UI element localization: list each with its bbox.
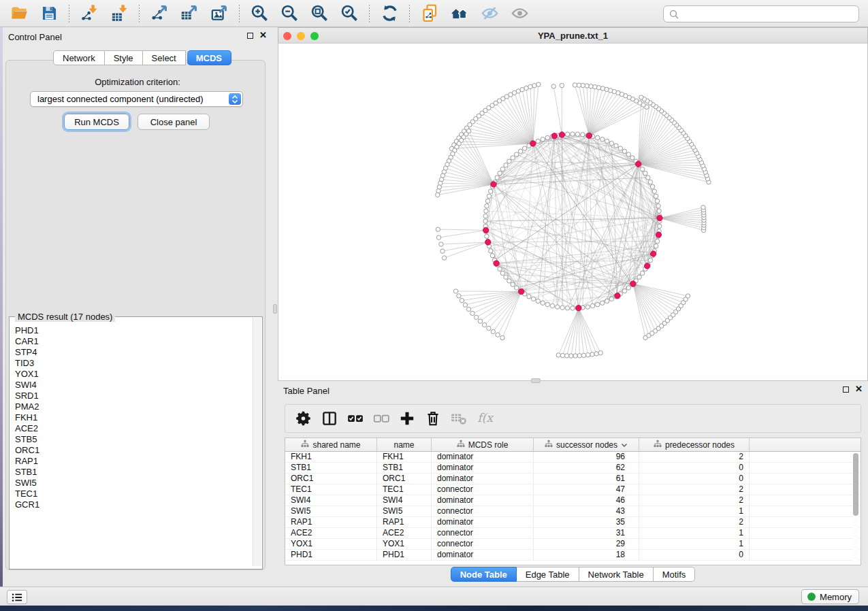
mcds-result-item[interactable]: SWI5 <box>15 478 252 489</box>
unselect-all-columns-icon[interactable] <box>371 408 391 429</box>
table-cell[interactable]: SWI4 <box>285 495 377 506</box>
column-header-predecessor-nodes[interactable]: predecessor nodes <box>639 438 750 451</box>
table-cell[interactable]: 96 <box>534 452 639 462</box>
export-image-icon[interactable] <box>208 3 231 24</box>
table-cell[interactable]: 29 <box>534 539 639 549</box>
table-cell[interactable]: 2 <box>639 517 750 527</box>
table-cell[interactable]: 31 <box>534 528 639 538</box>
table-cell[interactable]: 1 <box>639 539 750 549</box>
table-cell[interactable]: dominator <box>432 463 534 473</box>
tab-motifs[interactable]: Motifs <box>654 567 696 582</box>
table-cell[interactable]: FKH1 <box>377 452 432 462</box>
table-cell[interactable]: PHD1 <box>377 550 432 560</box>
memory-button[interactable]: Memory <box>801 589 859 604</box>
column-header-MCDS-role[interactable]: MCDS role <box>432 438 534 451</box>
columns-icon[interactable] <box>319 408 340 429</box>
float-table-panel-icon[interactable] <box>843 386 849 393</box>
table-row[interactable]: TEC1TEC1connector472 <box>285 484 861 495</box>
zoom-selected-icon[interactable] <box>338 3 361 24</box>
table-row[interactable]: ACE2ACE2connector311 <box>285 528 861 539</box>
table-row[interactable]: RAP1RAP1dominator352 <box>285 517 861 528</box>
table-cell[interactable]: connector <box>432 528 534 538</box>
table-cell[interactable]: ACE2 <box>377 528 432 538</box>
tab-style[interactable]: Style <box>105 50 143 65</box>
table-cell[interactable]: 18 <box>534 550 639 560</box>
network-titlebar[interactable]: YPA_prune.txt_1 <box>278 27 868 44</box>
mcds-result-item[interactable]: PHD1 <box>15 325 252 336</box>
table-row[interactable]: SWI4SWI4dominator462 <box>285 495 861 506</box>
mcds-result-item[interactable]: ACE2 <box>15 423 252 434</box>
table-cell[interactable]: SWI5 <box>377 506 432 516</box>
table-cell[interactable]: 1 <box>639 528 750 538</box>
refresh-icon[interactable] <box>378 3 401 24</box>
show-all-icon[interactable] <box>508 3 531 24</box>
table-cell[interactable]: dominator <box>432 452 534 462</box>
mcds-result-item[interactable]: CAR1 <box>15 336 252 347</box>
gear-icon[interactable] <box>293 408 314 429</box>
delete-row-icon[interactable] <box>423 408 443 429</box>
table-cell[interactable]: dominator <box>432 474 534 484</box>
table-row[interactable]: STB1STB1dominator620 <box>285 463 861 474</box>
horizontal-splitter-grip[interactable] <box>531 378 541 383</box>
first-neighbors-icon[interactable] <box>448 3 471 24</box>
tab-network-table[interactable]: Network Table <box>579 567 654 582</box>
mcds-result-item[interactable]: FKH1 <box>15 412 252 423</box>
mcds-list-scrollbar[interactable] <box>253 318 261 566</box>
mcds-result-item[interactable]: ORC1 <box>15 445 252 456</box>
tab-network[interactable]: Network <box>53 50 105 65</box>
search-box[interactable] <box>663 5 859 22</box>
task-history-button[interactable] <box>7 590 27 604</box>
mcds-result-item[interactable]: PMA2 <box>15 401 252 412</box>
tab-node-table[interactable]: Node Table <box>451 567 517 582</box>
table-cell[interactable]: PHD1 <box>285 550 377 560</box>
table-cell[interactable]: SWI4 <box>377 495 432 506</box>
open-file-icon[interactable] <box>7 3 31 24</box>
table-cell[interactable]: connector <box>432 484 534 495</box>
table-cell[interactable]: dominator <box>432 495 534 506</box>
network-canvas[interactable] <box>278 44 868 381</box>
table-cell[interactable]: 2 <box>639 495 750 506</box>
table-cell[interactable]: TEC1 <box>285 484 377 495</box>
table-row[interactable]: ORC1ORC1dominator610 <box>285 474 861 484</box>
delete-table-icon[interactable] <box>449 408 469 429</box>
table-cell[interactable]: ACE2 <box>285 528 377 538</box>
close-table-panel-icon[interactable]: ✕ <box>855 386 863 393</box>
table-cell[interactable]: ORC1 <box>285 474 377 484</box>
mcds-result-item[interactable]: TID3 <box>15 358 252 369</box>
table-cell[interactable]: 35 <box>534 517 639 527</box>
table-cell[interactable]: RAP1 <box>285 517 377 527</box>
close-panel-button[interactable]: Close panel <box>138 114 210 130</box>
search-input[interactable] <box>681 9 852 19</box>
select-all-columns-icon[interactable] <box>345 408 366 429</box>
table-cell[interactable]: 0 <box>639 463 750 473</box>
table-cell[interactable]: 0 <box>639 550 750 560</box>
table-cell[interactable]: STB1 <box>377 463 432 473</box>
import-network-icon[interactable] <box>78 3 101 24</box>
run-mcds-button[interactable]: Run MCDS <box>64 114 129 130</box>
table-cell[interactable]: 0 <box>639 474 750 484</box>
column-header-shared-name[interactable]: shared name <box>285 438 377 451</box>
table-cell[interactable]: FKH1 <box>285 452 377 462</box>
mcds-result-item[interactable]: RAP1 <box>15 456 252 467</box>
tab-edge-table[interactable]: Edge Table <box>517 567 579 582</box>
table-cell[interactable]: 61 <box>534 474 639 484</box>
tab-select[interactable]: Select <box>143 50 186 65</box>
table-scrollbar[interactable] <box>852 453 859 562</box>
mcds-result-item[interactable]: STB1 <box>15 467 252 478</box>
table-cell[interactable]: 47 <box>534 484 639 495</box>
float-panel-icon[interactable] <box>247 33 253 39</box>
table-row[interactable]: SWI5SWI5connector431 <box>285 506 861 517</box>
table-cell[interactable]: connector <box>432 506 534 516</box>
table-row[interactable]: PHD1PHD1dominator180 <box>285 550 861 561</box>
table-cell[interactable]: dominator <box>432 517 534 527</box>
table-cell[interactable]: connector <box>432 539 534 549</box>
table-cell[interactable]: 2 <box>639 484 750 495</box>
export-table-icon[interactable] <box>178 3 201 24</box>
mcds-result-item[interactable]: STB5 <box>15 434 252 445</box>
vertical-splitter[interactable] <box>272 27 278 587</box>
table-cell[interactable]: 43 <box>534 506 639 516</box>
table-cell[interactable]: 46 <box>534 495 639 506</box>
table-scrollbar-thumb[interactable] <box>853 453 858 516</box>
table-cell[interactable]: STB1 <box>285 463 377 473</box>
table-cell[interactable]: YOX1 <box>285 539 377 549</box>
